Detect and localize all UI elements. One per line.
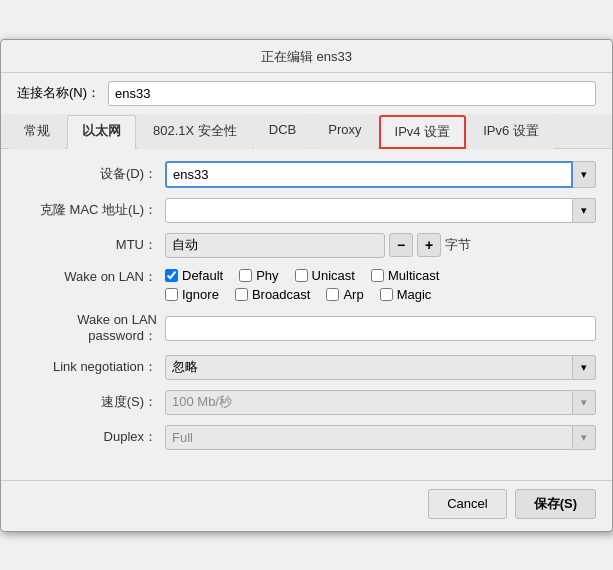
mac-label: 克隆 MAC 地址(L)：: [17, 201, 157, 219]
bottom-buttons: Cancel 保存(S): [1, 480, 612, 531]
wol-row-2: Ignore Broadcast Arp Magic: [165, 287, 439, 302]
device-dropdown-btn[interactable]: ▾: [573, 161, 596, 188]
wol-arp-label: Arp: [343, 287, 363, 302]
wol-default-label: Default: [182, 268, 223, 283]
wol-control: Default Phy Unicast Multicast: [165, 268, 596, 302]
wol-unicast-checkbox[interactable]: [295, 269, 308, 282]
speed-control: ▾: [165, 390, 596, 415]
speed-input[interactable]: [165, 390, 573, 415]
mac-dropdown-btn[interactable]: ▾: [573, 198, 596, 223]
wol-row-1: Default Phy Unicast Multicast: [165, 268, 439, 283]
wol-ignore-label: Ignore: [182, 287, 219, 302]
wol-password-control: [165, 316, 596, 341]
wol-phy-item[interactable]: Phy: [239, 268, 278, 283]
link-negotiation-row: Link negotiation： ▾: [17, 355, 596, 380]
speed-row: 速度(S)： ▾: [17, 390, 596, 415]
wol-multicast-checkbox[interactable]: [371, 269, 384, 282]
duplex-row: Duplex： ▾: [17, 425, 596, 450]
device-row: 设备(D)： ▾: [17, 161, 596, 188]
speed-label: 速度(S)：: [17, 393, 157, 411]
wol-ignore-checkbox[interactable]: [165, 288, 178, 301]
device-input-wrapper: ▾: [165, 161, 596, 188]
wol-unicast-label: Unicast: [312, 268, 355, 283]
conn-name-row: 连接名称(N)：: [1, 73, 612, 114]
wol-unicast-item[interactable]: Unicast: [295, 268, 355, 283]
wol-label: Wake on LAN：: [17, 268, 157, 286]
wol-ignore-item[interactable]: Ignore: [165, 287, 219, 302]
wol-password-row: Wake on LAN password：: [17, 312, 596, 345]
duplex-wrapper: ▾: [165, 425, 596, 450]
link-negotiation-wrapper: ▾: [165, 355, 596, 380]
mac-row: 克隆 MAC 地址(L)： ▾: [17, 198, 596, 223]
wol-default-item[interactable]: Default: [165, 268, 223, 283]
tab-proxy[interactable]: Proxy: [313, 115, 376, 149]
link-negotiation-label: Link negotiation：: [17, 358, 157, 376]
mac-input-wrapper: ▾: [165, 198, 596, 223]
save-button[interactable]: 保存(S): [515, 489, 596, 519]
device-control: ▾: [165, 161, 596, 188]
wol-arp-checkbox[interactable]: [326, 288, 339, 301]
mtu-label: MTU：: [17, 236, 157, 254]
wol-multicast-item[interactable]: Multicast: [371, 268, 439, 283]
dialog: 正在编辑 ens33 连接名称(N)： 常规 以太网 802.1X 安全性 DC…: [0, 39, 613, 532]
duplex-label: Duplex：: [17, 428, 157, 446]
wol-broadcast-item[interactable]: Broadcast: [235, 287, 311, 302]
link-negotiation-input[interactable]: [165, 355, 573, 380]
mtu-input[interactable]: [165, 233, 385, 258]
tab-ipv4[interactable]: IPv4 设置: [379, 115, 467, 149]
mtu-control: − + 字节: [165, 233, 596, 258]
duplex-dropdown-btn[interactable]: ▾: [573, 425, 596, 450]
conn-name-input[interactable]: [108, 81, 596, 106]
cancel-button[interactable]: Cancel: [428, 489, 506, 519]
link-negotiation-dropdown-btn[interactable]: ▾: [573, 355, 596, 380]
speed-wrapper: ▾: [165, 390, 596, 415]
wol-phy-checkbox[interactable]: [239, 269, 252, 282]
tab-dcb[interactable]: DCB: [254, 115, 311, 149]
wol-multicast-label: Multicast: [388, 268, 439, 283]
title-bar: 正在编辑 ens33: [1, 40, 612, 73]
wol-broadcast-label: Broadcast: [252, 287, 311, 302]
mtu-row: MTU： − + 字节: [17, 233, 596, 258]
mac-input[interactable]: [165, 198, 573, 223]
wol-magic-checkbox[interactable]: [380, 288, 393, 301]
tab-ethernet[interactable]: 以太网: [67, 115, 136, 149]
wol-broadcast-checkbox[interactable]: [235, 288, 248, 301]
tab-ipv6[interactable]: IPv6 设置: [468, 115, 554, 149]
wol-default-checkbox[interactable]: [165, 269, 178, 282]
link-negotiation-control: ▾: [165, 355, 596, 380]
wol-phy-label: Phy: [256, 268, 278, 283]
mtu-minus-btn[interactable]: −: [389, 233, 413, 257]
device-input[interactable]: [165, 161, 573, 188]
tab-content: 设备(D)： ▾ 克隆 MAC 地址(L)： ▾ MTU：: [1, 149, 612, 472]
mtu-row-inner: − + 字节: [165, 233, 471, 258]
mac-control: ▾: [165, 198, 596, 223]
tabs: 常规 以太网 802.1X 安全性 DCB Proxy IPv4 设置 IPv6…: [1, 114, 612, 149]
duplex-control: ▾: [165, 425, 596, 450]
wol-checkbox-group: Default Phy Unicast Multicast: [165, 268, 439, 302]
duplex-input[interactable]: [165, 425, 573, 450]
mtu-unit-label: 字节: [445, 236, 471, 254]
wol-password-label: Wake on LAN password：: [17, 312, 157, 345]
wol-row: Wake on LAN： Default Phy: [17, 268, 596, 302]
wol-password-input[interactable]: [165, 316, 596, 341]
tab-general[interactable]: 常规: [9, 115, 65, 149]
conn-name-label: 连接名称(N)：: [17, 84, 100, 102]
dialog-title: 正在编辑 ens33: [261, 49, 352, 64]
wol-magic-label: Magic: [397, 287, 432, 302]
wol-arp-item[interactable]: Arp: [326, 287, 363, 302]
wol-magic-item[interactable]: Magic: [380, 287, 432, 302]
mtu-plus-btn[interactable]: +: [417, 233, 441, 257]
speed-dropdown-btn[interactable]: ▾: [573, 390, 596, 415]
device-label: 设备(D)：: [17, 165, 157, 183]
tab-8021x[interactable]: 802.1X 安全性: [138, 115, 252, 149]
